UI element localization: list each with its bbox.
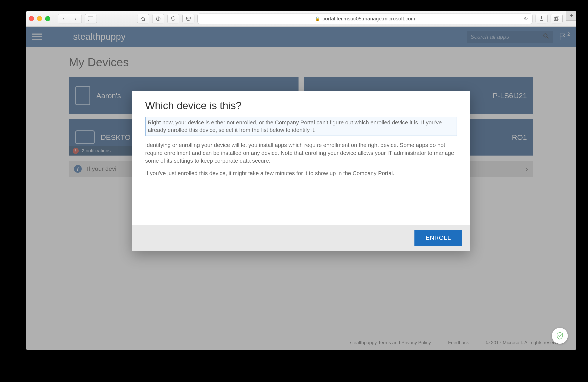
tabs-button[interactable] (551, 14, 563, 23)
shield-check-icon (556, 331, 564, 340)
lock-icon: 🔒 (315, 16, 320, 21)
svg-rect-0 (88, 17, 93, 21)
pocket-button[interactable] (182, 14, 194, 23)
info-button[interactable] (152, 14, 164, 23)
enroll-button[interactable]: ENROLL (414, 230, 462, 246)
enroll-modal: Which device is this? Right now, your de… (132, 91, 470, 251)
new-tab-button[interactable]: + (566, 11, 576, 21)
modal-actions: ENROLL (132, 225, 470, 251)
svg-point-3 (158, 18, 159, 18)
url-text: portal.fei.msuc05.manage.microsoft.com (322, 16, 415, 22)
forward-button[interactable]: › (70, 14, 82, 23)
fullscreen-window-button[interactable] (45, 16, 50, 21)
status-badge[interactable] (552, 328, 568, 344)
close-window-button[interactable] (29, 16, 34, 21)
browser-window: ‹ › 🔒 portal.fei.msuc05.manage.microsof (26, 11, 576, 350)
svg-rect-6 (556, 17, 559, 20)
modal-highlight-text: Right now, your device is either not enr… (145, 117, 457, 136)
svg-rect-5 (554, 18, 558, 21)
shield-button[interactable] (167, 14, 179, 23)
page-content: stealthpuppy 2 My Devices (26, 27, 576, 350)
modal-paragraph: If you've just enrolled this device, it … (145, 169, 457, 177)
modal-paragraph: Identifying or enrolling your device wil… (145, 141, 457, 165)
address-bar[interactable]: 🔒 portal.fei.msuc05.manage.microsoft.com… (197, 14, 532, 24)
svg-rect-4 (158, 18, 159, 20)
window-controls (29, 16, 50, 21)
browser-toolbar: ‹ › 🔒 portal.fei.msuc05.manage.microsof (26, 11, 576, 27)
share-button[interactable] (536, 14, 547, 23)
home-button[interactable] (137, 14, 149, 23)
minimize-window-button[interactable] (37, 16, 42, 21)
modal-title: Which device is this? (145, 100, 457, 112)
sidebar-button[interactable] (85, 14, 97, 23)
reload-icon[interactable]: ↻ (524, 16, 528, 22)
back-button[interactable]: ‹ (58, 14, 70, 23)
